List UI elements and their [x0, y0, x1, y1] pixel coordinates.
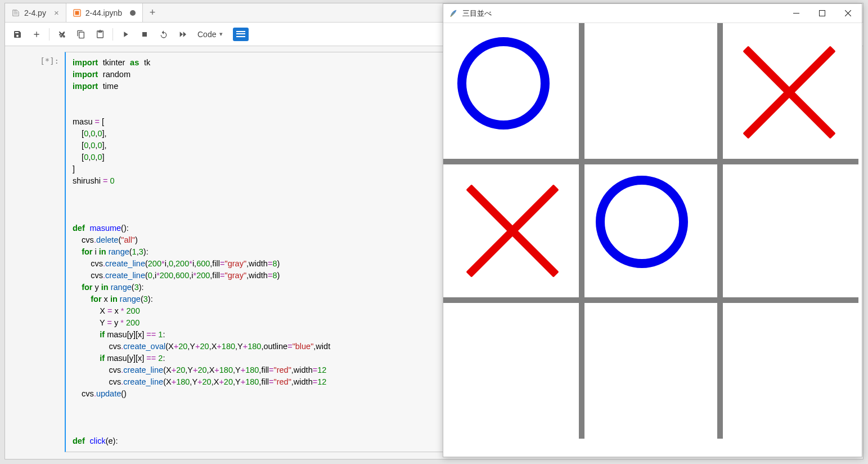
interrupt-button[interactable] — [136, 25, 154, 43]
window-controls — [783, 5, 861, 23]
mark-circle — [596, 176, 689, 269]
tab-label: 2-44.ipynb — [86, 8, 122, 17]
paste-button[interactable] — [91, 25, 109, 43]
grid-line — [443, 297, 858, 303]
tk-feather-icon — [449, 9, 458, 18]
chevron-down-icon: ▾ — [219, 30, 223, 38]
cell-type-select[interactable]: Code ▾ — [193, 30, 227, 39]
maximize-button[interactable] — [809, 5, 835, 23]
toolbar-separator — [113, 28, 113, 41]
tkinter-window: 三目並べ — [443, 3, 862, 457]
svg-rect-3 — [142, 32, 147, 37]
copy-button[interactable] — [72, 25, 90, 43]
command-palette-button[interactable] — [233, 28, 249, 41]
minimize-button[interactable] — [783, 5, 809, 23]
game-canvas[interactable] — [443, 23, 862, 457]
window-titlebar[interactable]: 三目並べ — [443, 4, 862, 23]
run-button[interactable] — [116, 25, 134, 43]
mark-cross — [734, 37, 845, 148]
svg-rect-4 — [793, 13, 799, 14]
restart-button[interactable] — [155, 25, 173, 43]
svg-rect-2 — [75, 11, 79, 15]
restart-run-all-button[interactable] — [174, 25, 192, 43]
cell-prompt: [*]: — [11, 52, 65, 452]
window-title: 三目並べ — [462, 8, 492, 19]
mark-cross — [457, 176, 568, 287]
cell-type-label: Code — [197, 30, 216, 39]
svg-rect-5 — [819, 11, 825, 16]
notebook-file-icon — [73, 9, 81, 17]
python-file-icon — [12, 9, 20, 17]
tab-file-0[interactable]: 2-4.py × — [5, 3, 66, 22]
save-button[interactable] — [8, 25, 26, 43]
grid-line — [579, 23, 584, 439]
close-icon[interactable]: × — [54, 8, 59, 17]
close-button[interactable] — [835, 5, 861, 23]
toolbar-separator — [49, 28, 50, 41]
cut-button[interactable] — [53, 25, 71, 43]
tab-label: 2-4.py — [24, 8, 46, 17]
new-tab-button[interactable]: + — [143, 3, 162, 22]
unsaved-indicator-icon — [130, 10, 136, 16]
grid-line — [717, 23, 723, 439]
mark-circle — [457, 37, 550, 130]
insert-cell-button[interactable] — [28, 25, 46, 43]
tab-file-1[interactable]: 2-44.ipynb — [66, 3, 143, 22]
grid-line — [443, 159, 858, 164]
